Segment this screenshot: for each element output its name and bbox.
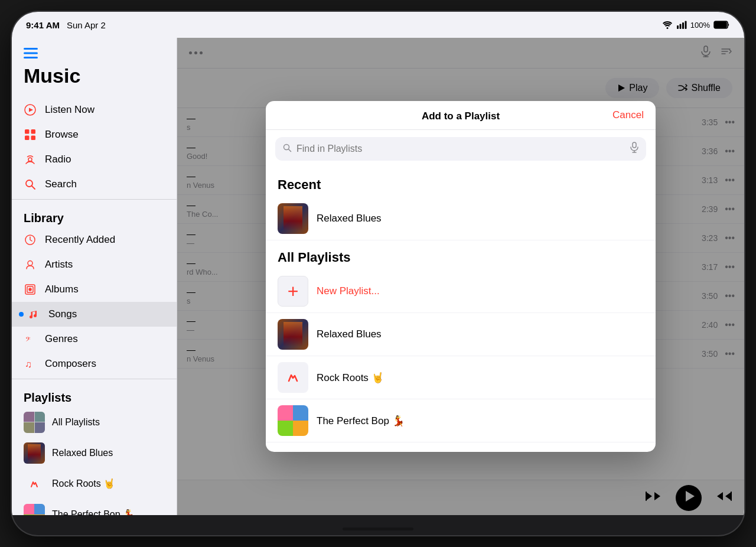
sidebar-divider-2 xyxy=(12,379,177,379)
sidebar-item-label: Listen Now xyxy=(45,104,94,116)
sidebar-header: Music xyxy=(12,38,177,93)
listen-now-icon xyxy=(24,103,37,116)
status-date: Sun Apr 2 xyxy=(67,20,106,30)
modal-playlist-item-perfect-bop[interactable]: The Perfect Bop 💃 xyxy=(266,399,656,442)
recently-added-icon xyxy=(24,233,37,246)
modal-new-playlist-item[interactable]: + New Playlist... xyxy=(266,270,656,313)
sidebar-item-the-perfect-bop[interactable]: The Perfect Bop 💃 xyxy=(12,499,177,515)
svg-rect-9 xyxy=(24,57,38,58)
artists-icon xyxy=(24,258,37,271)
rock-roots-label: Rock Roots 🤘 xyxy=(52,478,115,489)
modal-add-to-playlist: Add to a Playlist Cancel xyxy=(266,101,656,452)
rock-roots-all-thumb xyxy=(278,362,308,393)
modal-playlist-item-relaxed-blues-recent[interactable]: Relaxed Blues xyxy=(266,197,656,240)
svg-rect-7 xyxy=(24,48,38,50)
svg-text:♫: ♫ xyxy=(25,359,32,369)
sidebar-item-label: Artists xyxy=(45,259,73,271)
main-panel: Play Shuffle — s xyxy=(177,38,744,515)
status-icons: 100% xyxy=(662,21,730,30)
cancel-button[interactable]: Cancel xyxy=(612,109,644,121)
radio-icon xyxy=(24,153,37,166)
sidebar-toggle-icon[interactable] xyxy=(24,47,38,59)
modal-overlay[interactable]: Add to a Playlist Cancel xyxy=(177,38,744,515)
modal-header: Add to a Playlist Cancel xyxy=(266,101,656,130)
relaxed-blues-all-label: Relaxed Blues xyxy=(317,328,382,340)
sidebar-item-recently-added[interactable]: Recently Added xyxy=(12,227,177,252)
sidebar-item-label: Genres xyxy=(45,333,78,345)
svg-rect-13 xyxy=(31,129,36,134)
songs-icon xyxy=(27,308,40,321)
svg-rect-42 xyxy=(633,142,636,148)
relaxed-blues-label: Relaxed Blues xyxy=(52,448,113,458)
modal-title: Add to a Playlist xyxy=(422,110,500,122)
find-in-playlists-input[interactable] xyxy=(296,144,625,154)
sidebar-item-albums[interactable]: Albums xyxy=(12,277,177,302)
sidebar-nav: Listen Now Browse xyxy=(12,93,177,515)
sidebar-item-all-playlists[interactable]: All Playlists xyxy=(12,407,177,438)
svg-rect-15 xyxy=(31,135,36,140)
sidebar: Music Listen Now xyxy=(12,38,177,515)
sidebar-item-search[interactable]: Search xyxy=(12,172,177,197)
albums-icon xyxy=(24,283,37,296)
svg-point-0 xyxy=(666,27,668,29)
modal-playlist-item-relaxed-blues-all[interactable]: Relaxed Blues xyxy=(266,313,656,356)
svg-line-18 xyxy=(32,185,35,189)
battery-label: 100% xyxy=(690,21,710,30)
sidebar-item-radio[interactable]: Radio xyxy=(12,147,177,172)
status-time: 9:41 AM xyxy=(26,20,60,30)
sidebar-item-composers[interactable]: ♫ Composers xyxy=(12,351,177,376)
sidebar-item-songs[interactable]: Songs xyxy=(12,302,177,327)
rock-roots-all-label: Rock Roots 🤘 xyxy=(317,372,384,384)
library-section-header: Library xyxy=(12,202,177,227)
sidebar-item-rock-roots[interactable]: Rock Roots 🤘 xyxy=(12,468,177,499)
new-playlist-thumb: + xyxy=(278,276,308,307)
svg-rect-1 xyxy=(677,25,679,29)
modal-mic-icon[interactable] xyxy=(630,142,639,156)
sidebar-item-relaxed-blues[interactable]: Relaxed Blues xyxy=(12,438,177,468)
svg-text:𝄢: 𝄢 xyxy=(25,336,30,344)
sidebar-item-label: Composers xyxy=(45,358,96,370)
svg-rect-3 xyxy=(682,22,684,29)
perfect-bop-label: The Perfect Bop 💃 xyxy=(52,509,135,515)
all-playlists-thumb xyxy=(24,412,45,433)
perfect-bop-thumb xyxy=(24,504,45,515)
sidebar-item-label: Albums xyxy=(45,284,79,295)
genres-icon: 𝄢 xyxy=(24,333,37,346)
status-bar: 9:41 AM Sun Apr 2 100% xyxy=(12,12,744,38)
blue-dot-indicator xyxy=(19,312,24,317)
svg-rect-4 xyxy=(685,21,686,30)
browse-icon xyxy=(24,128,37,141)
signal-icon xyxy=(676,21,687,29)
sidebar-item-label: Browse xyxy=(45,129,79,141)
sidebar-item-browse[interactable]: Browse xyxy=(12,122,177,147)
sidebar-item-label: Search xyxy=(45,178,77,190)
sidebar-item-listen-now[interactable]: Listen Now xyxy=(12,97,177,122)
svg-rect-6 xyxy=(715,22,726,28)
all-playlists-label: All Playlists xyxy=(52,417,100,428)
sidebar-item-label: Radio xyxy=(45,154,71,165)
relaxed-blues-thumb xyxy=(24,442,45,464)
sidebar-divider xyxy=(12,199,177,200)
recent-section-header: Recent xyxy=(266,168,656,197)
composers-icon: ♫ xyxy=(24,357,37,370)
sidebar-item-label: Songs xyxy=(48,308,77,320)
new-playlist-plus-icon: + xyxy=(288,282,299,301)
sidebar-item-artists[interactable]: Artists xyxy=(12,252,177,277)
sidebar-item-label: Recently Added xyxy=(45,234,115,246)
search-icon xyxy=(24,178,37,191)
modal-search-bar[interactable] xyxy=(275,137,646,161)
svg-rect-12 xyxy=(25,129,30,134)
battery-icon xyxy=(713,21,730,29)
main-content: Music Listen Now xyxy=(12,38,744,515)
modal-playlist-item-rock-roots[interactable]: Rock Roots 🤘 xyxy=(266,356,656,399)
sidebar-item-genres[interactable]: 𝄢 Genres xyxy=(12,327,177,351)
perfect-bop-all-label: The Perfect Bop 💃 xyxy=(317,415,405,427)
svg-rect-8 xyxy=(24,53,38,54)
modal-body: Recent Relaxed Blues All Playlists xyxy=(266,168,656,452)
new-playlist-label: New Playlist... xyxy=(317,285,380,297)
relaxed-blues-all-thumb xyxy=(278,319,308,350)
modal-search-icon xyxy=(282,143,292,155)
svg-point-23 xyxy=(29,288,31,291)
svg-rect-2 xyxy=(679,24,681,30)
sidebar-app-title: Music xyxy=(24,64,165,88)
